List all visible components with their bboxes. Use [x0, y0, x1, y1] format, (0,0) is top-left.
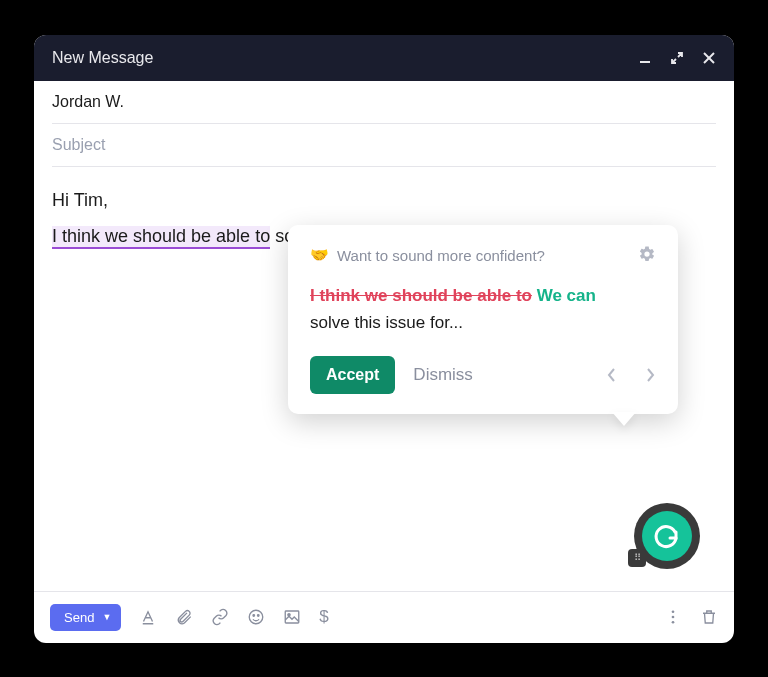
image-icon[interactable]: [283, 608, 301, 626]
link-icon[interactable]: [211, 608, 229, 626]
greeting-line: Hi Tim,: [52, 185, 716, 216]
suggestion-actions: Accept Dismiss: [310, 356, 656, 394]
trailing-text: solve this issue for...: [310, 313, 463, 332]
close-icon[interactable]: [702, 51, 716, 65]
accept-button[interactable]: Accept: [310, 356, 395, 394]
svg-point-11: [672, 621, 675, 624]
compose-window: New Message Jordan W. Subject Hi Tim, I …: [34, 35, 734, 643]
more-vert-icon[interactable]: [664, 608, 682, 626]
subject-field[interactable]: Subject: [52, 124, 716, 167]
grammarly-icon: [652, 521, 682, 551]
svg-point-5: [253, 615, 255, 617]
svg-point-10: [672, 616, 675, 619]
send-caret-icon: ▼: [102, 612, 111, 622]
handshake-emoji: 🤝: [310, 246, 329, 264]
send-label: Send: [64, 610, 94, 625]
text-format-icon[interactable]: [139, 608, 157, 626]
window-title: New Message: [52, 49, 638, 67]
chevron-left-icon[interactable]: [606, 367, 618, 383]
window-controls: [638, 51, 716, 65]
svg-point-4: [250, 610, 264, 624]
expand-icon[interactable]: [670, 51, 684, 65]
suggestion-prompt: Want to sound more confident?: [337, 247, 545, 264]
minimize-icon[interactable]: [638, 51, 652, 65]
replacement-text: We can: [537, 286, 596, 305]
svg-rect-7: [286, 611, 300, 623]
grammarly-badge[interactable]: [634, 503, 700, 569]
chevron-right-icon[interactable]: [644, 367, 656, 383]
svg-point-6: [258, 615, 260, 617]
svg-point-9: [672, 610, 675, 613]
trash-icon[interactable]: [700, 608, 718, 626]
drag-handle-icon[interactable]: [628, 549, 646, 567]
svg-point-8: [288, 614, 290, 616]
dollar-icon[interactable]: $: [319, 607, 328, 627]
highlighted-phrase[interactable]: I think we should be able to: [52, 226, 270, 249]
suggestion-nav: [606, 367, 656, 383]
strike-text: I think we should be able to: [310, 286, 532, 305]
suggestion-body: I think we should be able to We can solv…: [310, 282, 656, 336]
suggestion-header: 🤝 Want to sound more confident?: [310, 245, 656, 266]
header-fields: Jordan W. Subject: [34, 81, 734, 167]
emoji-icon[interactable]: [247, 608, 265, 626]
titlebar: New Message: [34, 35, 734, 81]
suggestion-card: 🤝 Want to sound more confident? I think …: [288, 225, 678, 414]
paperclip-icon[interactable]: [175, 608, 193, 626]
to-field[interactable]: Jordan W.: [52, 81, 716, 124]
send-button[interactable]: Send ▼: [50, 604, 121, 631]
compose-toolbar: Send ▼ $: [34, 591, 734, 643]
gear-icon[interactable]: [638, 245, 656, 266]
dismiss-button[interactable]: Dismiss: [413, 365, 473, 385]
